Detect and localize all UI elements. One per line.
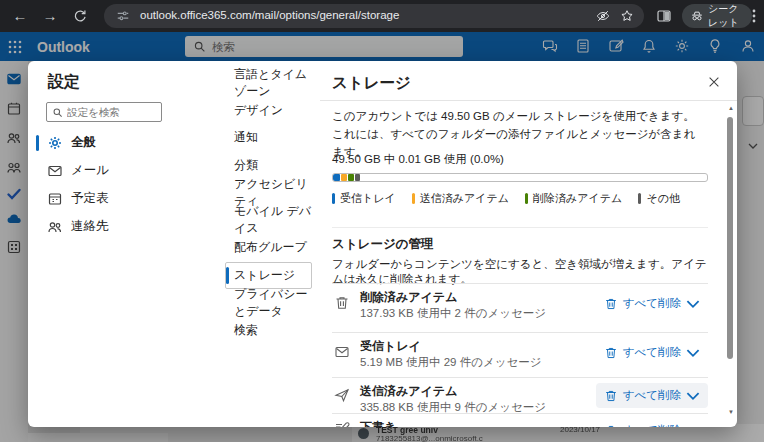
folder-name: 送信済みアイテム xyxy=(360,383,457,400)
subnav-item-search[interactable]: 検索 xyxy=(215,317,320,345)
legend-item: 受信トレイ xyxy=(332,191,396,206)
delete-all-button[interactable]: すべて削除 xyxy=(596,291,708,316)
chevron-down-icon xyxy=(686,424,700,428)
settings-nav-mail[interactable]: メール xyxy=(36,157,204,184)
subnav-item-mobile-devices[interactable]: モバイル デバイス xyxy=(215,207,320,235)
folder-usage: 5.19 MB 使用中 29 件のメッセージ xyxy=(360,355,542,370)
trash-icon xyxy=(604,297,618,311)
scrollbar-up-arrow[interactable]: ▲ xyxy=(728,105,734,111)
bar-segment-sent xyxy=(341,174,347,181)
browser-toolbar: ← → outlook.office365.com/mail/options/g… xyxy=(0,0,764,32)
trash-icon xyxy=(604,389,618,403)
storage-usage-bar xyxy=(332,173,708,182)
settings-nav-calendar[interactable]: 予定表 xyxy=(36,185,204,212)
folder-name: 下書き xyxy=(360,419,396,427)
usage-legend: 受信トレイ 送信済みアイテム 削除済みアイテム その他 xyxy=(332,191,680,206)
divider xyxy=(320,100,737,101)
legend-mark xyxy=(332,193,335,204)
scrollbar-down-arrow[interactable]: ▼ xyxy=(728,409,734,415)
settings-search-box[interactable] xyxy=(46,102,162,122)
bar-segment-deleted xyxy=(348,174,354,181)
mail-icon xyxy=(47,163,63,179)
incognito-label: シークレット xyxy=(708,2,744,30)
trash-icon xyxy=(604,424,618,428)
legend-mark xyxy=(638,193,641,204)
delete-all-button[interactable]: すべて削除 xyxy=(596,383,708,408)
folder-row: 送信済みアイテム 335.88 KB 使用中 9 件のメッセージ すべて削除 xyxy=(332,377,708,413)
browser-menu-dots-icon[interactable] xyxy=(752,8,756,24)
search-icon xyxy=(52,107,63,118)
people-icon xyxy=(47,219,63,235)
split-screen-icon[interactable] xyxy=(656,8,672,24)
tracking-prevention-eye-off-icon[interactable] xyxy=(596,9,610,23)
subnav-item-language-timezone[interactable]: 言語とタイム ゾーン xyxy=(215,69,320,97)
chevron-down-icon xyxy=(686,389,700,403)
legend-item: 削除済みアイテム xyxy=(525,191,622,206)
browser-forward-button[interactable]: → xyxy=(40,6,60,26)
selected-indicator xyxy=(36,135,39,151)
incognito-badge: シークレット xyxy=(682,4,752,28)
trash-icon xyxy=(604,346,618,360)
page-title: ストレージ xyxy=(332,73,411,94)
trash-icon xyxy=(334,295,350,311)
nav-label: メール xyxy=(71,162,109,179)
delete-all-button[interactable]: すべて削除 xyxy=(596,340,708,365)
folder-row: 下書き すべて削除 xyxy=(332,413,708,427)
legend-item: 送信済みアイテム xyxy=(412,191,509,206)
site-info-tune-icon[interactable] xyxy=(116,9,130,23)
settings-dialog: 設定 全般 メール 予定表 連絡先 言語とタイム ゾーン デザイン 通知 分類 … xyxy=(28,61,737,427)
close-icon[interactable] xyxy=(707,75,723,91)
send-icon xyxy=(334,387,350,403)
inbox-mail-icon xyxy=(334,344,350,360)
legend-mark xyxy=(525,193,528,204)
management-title: ストレージの管理 xyxy=(332,236,433,253)
settings-nav-contacts[interactable]: 連絡先 xyxy=(36,213,204,240)
gear-icon xyxy=(47,135,63,151)
nav-label: 予定表 xyxy=(71,190,109,207)
chevron-down-icon xyxy=(686,346,700,360)
url-text: outlook.office365.com/mail/options/gener… xyxy=(140,9,399,21)
incognito-icon xyxy=(690,9,704,23)
delete-all-label: すべて削除 xyxy=(623,388,681,403)
delete-all-label: すべて削除 xyxy=(623,296,681,311)
scrollbar-thumb[interactable] xyxy=(727,117,733,359)
nav-label: 全般 xyxy=(71,134,96,151)
usage-summary: 49.50 GB 中 0.01 GB 使用 (0.0%) xyxy=(332,152,504,167)
browser-reload-button[interactable] xyxy=(70,6,90,26)
delete-all-label: すべて削除 xyxy=(623,345,681,360)
calendar-icon xyxy=(47,191,63,207)
legend-label: その他 xyxy=(646,191,680,206)
legend-label: 削除済みアイテム xyxy=(533,191,622,206)
storage-panel: ストレージ このアカウントでは 49.50 GB のメール ストレージを使用でき… xyxy=(320,61,737,427)
browser-back-button[interactable]: ← xyxy=(10,6,30,26)
delete-all-label: すべて削除 xyxy=(623,423,681,427)
address-bar[interactable]: outlook.office365.com/mail/options/gener… xyxy=(104,4,644,28)
subnav-item-privacy-data[interactable]: プライバシーとデータ xyxy=(215,289,320,317)
legend-item: その他 xyxy=(638,191,680,206)
divider xyxy=(332,227,708,228)
subnav-item-notifications[interactable]: 通知 xyxy=(215,124,320,152)
settings-title: 設定 xyxy=(48,72,80,93)
legend-label: 受信トレイ xyxy=(340,191,396,206)
bar-segment-other xyxy=(355,174,360,181)
folder-name: 受信トレイ xyxy=(360,338,421,355)
subnav-item-distribution-groups[interactable]: 配布グループ xyxy=(215,234,320,262)
folder-name: 削除済みアイテム xyxy=(360,289,457,306)
general-subnav: 言語とタイム ゾーン デザイン 通知 分類 アクセシビリティ モバイル デバイス… xyxy=(215,69,320,344)
legend-mark xyxy=(412,193,415,204)
draft-icon xyxy=(334,419,350,427)
chevron-down-icon xyxy=(686,297,700,311)
nav-label: 連絡先 xyxy=(71,218,109,235)
delete-all-button[interactable]: すべて削除 xyxy=(596,418,708,427)
bookmark-star-icon[interactable] xyxy=(620,9,634,23)
legend-label: 送信済みアイテム xyxy=(420,191,509,206)
settings-search-input[interactable] xyxy=(67,106,153,118)
settings-nav-general[interactable]: 全般 xyxy=(36,129,204,156)
bar-segment-inbox xyxy=(333,174,340,181)
folder-row: 削除済みアイテム 137.93 KB 使用中 2 件のメッセージ すべて削除 xyxy=(332,283,708,332)
subnav-item-design[interactable]: デザイン xyxy=(215,97,320,125)
folder-usage: 137.93 KB 使用中 2 件のメッセージ xyxy=(360,306,546,321)
folder-row: 受信トレイ 5.19 MB 使用中 29 件のメッセージ すべて削除 xyxy=(332,332,708,377)
